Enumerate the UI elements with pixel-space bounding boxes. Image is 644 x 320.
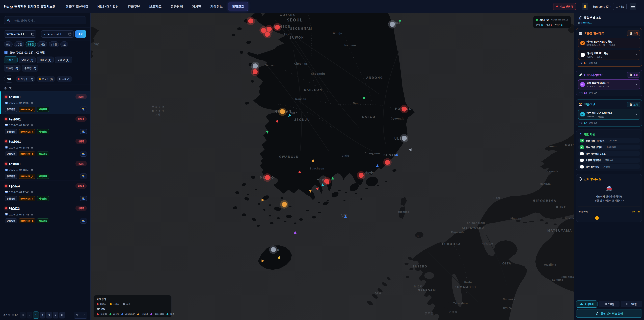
- svg-text:Geoje: Geoje: [366, 170, 374, 174]
- svg-text:Munakata: Munakata: [451, 230, 465, 234]
- svg-text:SEONGNAM: SEONGNAM: [290, 26, 312, 31]
- svg-text:MATSUYAMA: MATSUYAMA: [547, 228, 572, 233]
- svg-text:Jinju: Jinju: [342, 154, 349, 158]
- svg-text:Imabari: Imabari: [565, 216, 574, 220]
- svg-text:DAEGU: DAEGU: [362, 114, 376, 119]
- svg-text:Changwon: Changwon: [364, 151, 380, 155]
- svg-text:SEOUL: SEOUL: [287, 17, 303, 23]
- svg-text:서해: 서해: [155, 112, 161, 117]
- svg-text:Cheongju: Cheongju: [311, 72, 325, 76]
- svg-text:Uwajima: Uwajima: [544, 263, 556, 266]
- svg-text:八代海: 八代海: [449, 310, 457, 313]
- svg-text:Cheonan: Cheonan: [294, 61, 307, 66]
- svg-text:BUSAN: BUSAN: [384, 153, 397, 157]
- svg-text:FUKUOKA: FUKUOKA: [442, 241, 461, 246]
- svg-text:黄海 / 황: 黄海 / 황: [152, 105, 164, 109]
- svg-text:天草灘: 天草灘: [425, 311, 434, 315]
- svg-text:Nakatsu: Nakatsu: [482, 242, 493, 245]
- svg-text:Sukumo: Sukumo: [552, 278, 563, 281]
- svg-text:SASEBO: SASEBO: [412, 264, 427, 268]
- svg-text:Hagi: Hagi: [494, 196, 500, 200]
- svg-text:Nonsan: Nonsan: [295, 97, 306, 101]
- svg-text:해 / 조선: 해 / 조선: [152, 109, 164, 113]
- svg-text:Tsushima: Tsushima: [396, 210, 410, 213]
- svg-text:Jecheon: Jecheon: [344, 43, 356, 47]
- svg-text:Izumo: Izumo: [548, 144, 556, 148]
- svg-text:HIROSHIMA: HIROSHIMA: [533, 198, 556, 203]
- svg-text:五島灘: 五島灘: [414, 284, 422, 288]
- svg-text:Hyuga: Hyuga: [503, 306, 512, 309]
- svg-text:JEONJU: JEONJU: [294, 117, 310, 122]
- svg-text:Iki: Iki: [417, 234, 420, 238]
- svg-text:GWANGJU: GWANGJU: [279, 154, 299, 159]
- svg-text:GOYANG: GOYANG: [280, 13, 296, 17]
- svg-text:OITA: OITA: [502, 261, 511, 265]
- svg-text:Nobeoka: Nobeoka: [503, 297, 515, 301]
- svg-text:Coto: Coto: [375, 291, 382, 294]
- svg-text:eng: eng: [94, 42, 99, 46]
- svg-text:Seosan: Seosan: [265, 63, 276, 67]
- svg-text:KUMAMOTO: KUMAMOTO: [454, 284, 476, 289]
- svg-text:Hamada: Hamada: [546, 169, 558, 173]
- svg-text:ANDONG: ANDONG: [366, 75, 383, 80]
- svg-text:Iksan: Iksan: [290, 111, 298, 115]
- svg-text:Koshi: Koshi: [464, 280, 472, 284]
- svg-text:Shimonoseki: Shimonoseki: [467, 221, 485, 224]
- svg-text:Ansan: Ansan: [283, 32, 292, 36]
- svg-text:KITAKYUSHU: KITAKYUSHU: [462, 225, 484, 230]
- svg-text:NAGASAKI: NAGASAKI: [418, 288, 437, 292]
- svg-text:Shunan: Shunan: [510, 216, 521, 220]
- svg-text:MATSUE: MATSUE: [565, 142, 574, 147]
- svg-text:KURE: KURE: [556, 205, 566, 209]
- svg-text:Suncheon: Suncheon: [310, 166, 324, 170]
- svg-text:Yatsushiro: Yatsushiro: [453, 301, 468, 305]
- svg-text:Wonju: Wonju: [333, 31, 342, 35]
- svg-text:DAEJEON: DAEJEON: [304, 87, 322, 92]
- svg-text:Gyeongju: Gyeongju: [390, 116, 404, 120]
- svg-text:Gumi: Gumi: [353, 101, 360, 105]
- svg-text:Masuda: Masuda: [540, 182, 551, 186]
